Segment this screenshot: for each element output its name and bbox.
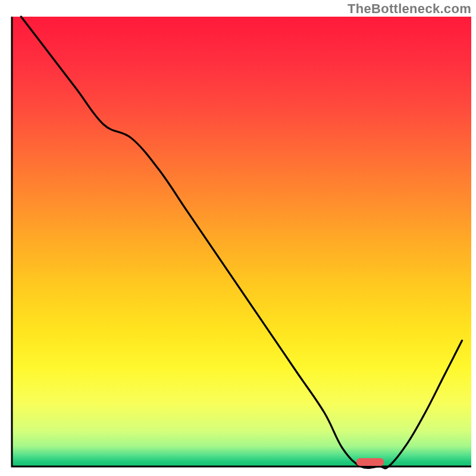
bottleneck-chart: TheBottleneck.com — [0, 0, 476, 476]
plot-background — [12, 17, 471, 466]
optimal-range-marker — [356, 458, 384, 466]
chart-canvas — [0, 0, 476, 476]
watermark-text: TheBottleneck.com — [347, 1, 471, 17]
